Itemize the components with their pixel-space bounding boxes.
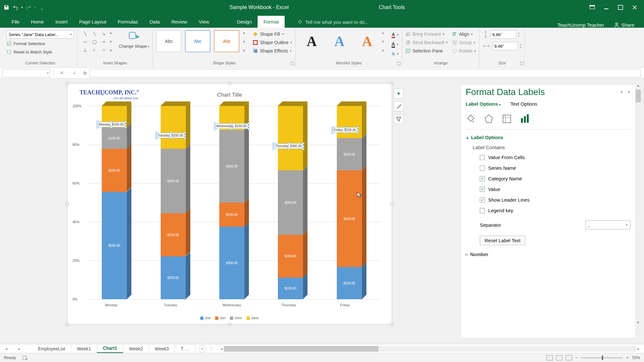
size-properties-icon[interactable] <box>502 114 512 124</box>
bar-segment[interactable] <box>278 106 303 170</box>
subtab-text-options[interactable]: Text Options <box>510 101 537 107</box>
tab-formulas[interactable]: Formulas <box>112 16 144 28</box>
tab-insert[interactable]: Insert <box>50 16 73 28</box>
label-options-icon[interactable] <box>520 114 530 124</box>
fill-line-icon[interactable] <box>466 114 476 124</box>
sheet-nav-prev[interactable]: ◂ <box>0 347 13 351</box>
bar-segment[interactable]: $300.00 <box>161 149 186 213</box>
chart-filter-button[interactable] <box>394 114 403 124</box>
size-dialog-icon[interactable] <box>520 62 523 65</box>
text-effects-button[interactable]: A▾ <box>392 50 399 58</box>
bar-segment[interactable]: $200.00 <box>161 256 186 299</box>
view-page-layout-icon[interactable] <box>556 355 563 360</box>
redo-icon[interactable] <box>25 4 32 11</box>
horizontal-scroll[interactable]: ◂ ▸ <box>219 346 641 352</box>
bar-segment[interactable]: $200.00 <box>102 149 127 192</box>
shape-fill-button[interactable]: Shape Fill▾ <box>253 30 292 38</box>
tab-page-layout[interactable]: Page Layout <box>73 16 112 28</box>
bar-segment[interactable] <box>161 106 186 149</box>
chart-legend[interactable]: JoeJanJohnJane <box>67 316 392 320</box>
section-label-options[interactable]: ▲Label Options <box>466 129 630 143</box>
width-input[interactable]: 9.46" <box>492 42 518 50</box>
bar-segment[interactable]: $300.00 <box>278 170 303 235</box>
view-normal-icon[interactable] <box>546 355 553 360</box>
reset-label-text-button[interactable]: Reset Label Text <box>480 236 525 245</box>
zoom-slider[interactable] <box>581 357 623 358</box>
tab-chart-format[interactable]: Format <box>258 16 285 28</box>
section-number[interactable]: ▷Number <box>466 245 630 260</box>
change-shape-button[interactable]: Change Shape ▾ <box>119 44 149 49</box>
bar-segment[interactable]: $300.00 <box>337 170 362 267</box>
chart-element-dropdown[interactable]: Series "Jane" Data Label…▾ <box>6 30 74 39</box>
text-fill-button[interactable]: A▾ <box>392 30 399 39</box>
plot-area[interactable]: 0%20%40%60%80%100%$500.00$200.00$100.00M… <box>87 106 381 299</box>
name-box[interactable] <box>2 69 50 77</box>
format-selection-button[interactable]: Format Selection <box>6 40 45 47</box>
wordart-style-3[interactable]: A <box>354 30 380 52</box>
separator-dropdown[interactable]: ,▾ <box>585 220 630 229</box>
vertical-scrollbar[interactable]: ▴ ▾ <box>635 83 641 325</box>
add-sheet-button[interactable]: + <box>199 345 206 353</box>
zoom-out-button[interactable]: − <box>575 355 578 360</box>
reset-match-style-button[interactable]: Reset to Match Style <box>6 48 52 55</box>
tab-file[interactable]: File <box>6 16 25 28</box>
fx-icon[interactable]: fx <box>81 71 90 76</box>
bar-segment[interactable]: $100.00 <box>102 128 127 149</box>
tab-chart-design[interactable]: Design <box>231 16 258 28</box>
close-icon[interactable] <box>632 5 638 10</box>
shape-outline-button[interactable]: Shape Outline▾ <box>253 39 292 46</box>
bar-segment[interactable]: $100.00 <box>278 278 303 299</box>
sheet-tab-chart1[interactable]: Chart1 <box>97 344 123 353</box>
bar-segment[interactable]: $100.00 <box>337 267 362 299</box>
maximize-icon[interactable] <box>618 5 623 10</box>
bar-segment[interactable]: $200.00 <box>161 213 186 256</box>
bar-segment[interactable]: $100.00 <box>219 203 244 227</box>
sheet-tab-week1[interactable]: Week1 <box>71 345 97 353</box>
bar-segment[interactable]: $200.00 <box>278 235 303 278</box>
checkbox-legend-key[interactable]: Legend key <box>466 205 630 216</box>
pane-close-icon[interactable]: ✕ <box>627 90 630 94</box>
align-button[interactable]: Align▾ <box>452 30 476 38</box>
save-icon[interactable] <box>3 4 10 11</box>
chart-styles-button[interactable] <box>394 101 403 111</box>
checkbox-value[interactable]: ✓Value <box>466 184 630 195</box>
checkbox-series-name[interactable]: Series Name <box>466 163 630 173</box>
shape-style-1[interactable]: Abc <box>156 30 181 52</box>
sheet-tab-week2[interactable]: Week2 <box>123 345 149 353</box>
bar-segment[interactable]: $300.00 <box>219 227 244 299</box>
enter-formula-icon[interactable]: ✓ <box>68 70 81 76</box>
chart-title[interactable]: Chart Title <box>67 92 392 98</box>
macro-record-icon[interactable] <box>23 356 28 360</box>
minimize-icon[interactable] <box>603 5 609 10</box>
zoom-level[interactable]: 70% <box>632 355 640 360</box>
shape-style-2[interactable]: Abc <box>185 30 210 52</box>
bar-segment[interactable]: $300.00 <box>219 130 244 203</box>
zoom-in-button[interactable]: + <box>626 355 629 360</box>
shape-style-more[interactable]: ▴▾▾ <box>243 30 248 53</box>
sheet-tab-employeelist[interactable]: EmployeeList <box>32 345 71 353</box>
tab-review[interactable]: Review <box>166 16 193 28</box>
undo-icon[interactable] <box>12 4 19 11</box>
checkbox-value-from-cells[interactable]: Value From Cells <box>466 152 630 163</box>
ribbon-display-icon[interactable] <box>589 5 595 10</box>
legend-item[interactable]: Joe <box>200 316 211 320</box>
user-name[interactable]: TeachUcomp Teacher <box>557 22 604 28</box>
shapes-more[interactable]: ▴▾▾ <box>110 30 115 53</box>
selection-pane-button[interactable]: Selection Pane <box>405 47 448 55</box>
shape-effects-button[interactable]: Shape Effects▾ <box>253 47 292 55</box>
subtab-label-options[interactable]: Label Options ▾ <box>466 101 501 107</box>
sheet-nav-next[interactable]: ▸ <box>13 347 26 351</box>
wordart-style-1[interactable]: A <box>299 30 325 52</box>
legend-item[interactable]: Jan <box>215 316 225 320</box>
sheet-tab-week3[interactable]: Week3 <box>149 345 175 353</box>
pane-options-icon[interactable]: ▾ <box>621 90 623 94</box>
legend-item[interactable]: John <box>230 316 242 320</box>
effects-icon[interactable] <box>484 114 494 124</box>
width-spin[interactable]: ▴▾ <box>520 43 521 49</box>
legend-item[interactable]: Jane <box>247 316 259 320</box>
view-page-break-icon[interactable] <box>566 355 572 360</box>
wordart-dialog-icon[interactable] <box>397 62 401 65</box>
wordart-style-2[interactable]: A <box>327 30 352 52</box>
share-button[interactable]: Share <box>614 22 634 28</box>
height-spin[interactable]: ▴▾ <box>518 32 519 37</box>
